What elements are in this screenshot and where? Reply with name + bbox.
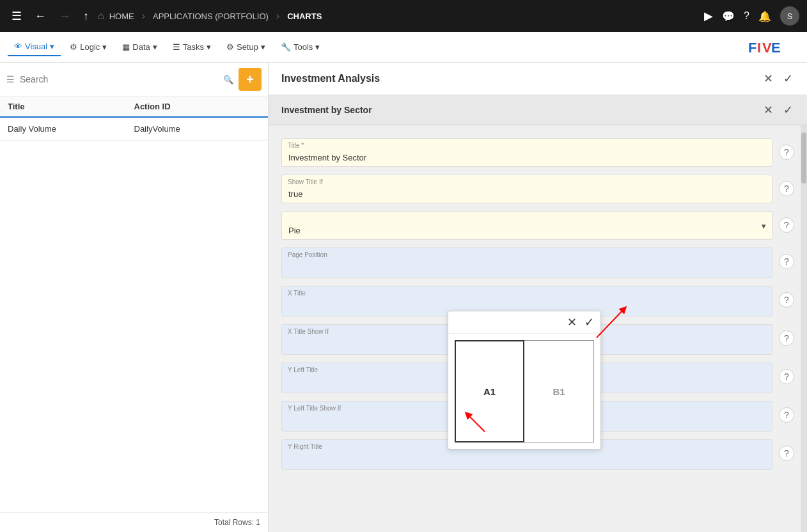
panel-confirm-button[interactable]: ✓ [782, 70, 794, 87]
sub-panel-confirm-button[interactable]: ✓ [782, 102, 794, 118]
column-title-header: Title [8, 102, 134, 111]
panel-close-button[interactable]: ✕ [762, 70, 774, 87]
svg-text:F: F [748, 40, 756, 56]
sub-panel-title: Investment by Sector [281, 105, 762, 115]
data-chevron: ▾ [153, 42, 157, 52]
chat-icon[interactable]: 💬 [722, 10, 735, 22]
form-row-title: Title * Investment by Sector ? [281, 138, 794, 167]
nav-right-icons: ▶ 💬 ? 🔔 S [704, 6, 799, 26]
right-panel: Investment Analysis ✕ ✓ Investment by Se… [269, 63, 807, 532]
menu-item-visual[interactable]: 👁 Visual ▾ [8, 38, 61, 56]
row-action-id: DailyVolume [134, 124, 261, 134]
form-area: Title * Investment by Sector ? Show Titl… [269, 125, 807, 532]
row-title: Daily Volume [8, 124, 134, 134]
breadcrumb-separator-2: › [276, 10, 279, 22]
svg-text:I: I [757, 40, 761, 56]
data-icon: ▦ [122, 42, 130, 52]
form-row-chart-type: Chart Type * Pie Bar Line ? [281, 211, 794, 240]
tools-label: Tools [294, 42, 313, 52]
form-row-page-position: Page Position ? [281, 247, 794, 278]
setup-label: Setup [237, 42, 258, 52]
panel-title: Investment Analysis [281, 73, 762, 84]
tasks-chevron: ▾ [207, 42, 211, 52]
help-icon[interactable]: ? [744, 10, 749, 22]
menu-item-setup[interactable]: ⚙ Setup ▾ [220, 38, 272, 56]
tasks-icon: ☰ [173, 42, 180, 52]
add-button[interactable]: + [239, 68, 262, 91]
panel-header: Investment Analysis ✕ ✓ [269, 63, 807, 95]
applications-breadcrumb[interactable]: APPLICATIONS (PORTFOLIO) [153, 12, 269, 21]
column-action-header: Action ID [134, 102, 261, 111]
y-right-title-help-icon[interactable]: ? [779, 446, 794, 461]
title-field: Title * Investment by Sector [281, 138, 772, 167]
visual-icon: 👁 [14, 42, 22, 51]
data-label: Data [132, 42, 150, 52]
x-title-show-if-help-icon[interactable]: ? [779, 331, 794, 346]
up-icon[interactable]: ↑ [79, 7, 93, 26]
menu-item-logic[interactable]: ⚙ Logic ▾ [63, 38, 113, 56]
menu-item-data[interactable]: ▦ Data ▾ [116, 38, 163, 56]
home-breadcrumb[interactable]: HOME [109, 12, 134, 21]
logic-chevron: ▾ [102, 42, 107, 52]
visual-chevron: ▾ [50, 42, 54, 51]
svg-text:E: E [771, 40, 781, 56]
five-logo: F I V E [748, 38, 799, 56]
user-avatar[interactable]: S [780, 6, 799, 26]
position-cell-b1[interactable]: B1 [524, 340, 594, 442]
tools-icon: 🔧 [281, 42, 291, 52]
logic-icon: ⚙ [70, 42, 77, 52]
sub-panel-header: Investment by Sector ✕ ✓ [269, 95, 807, 125]
menu-icon[interactable]: ☰ [8, 6, 26, 26]
menu-item-tools[interactable]: 🔧 Tools ▾ [274, 38, 326, 56]
sidebar-search-bar: ☰ 🔍 + [0, 63, 268, 97]
form-row-show-title: Show Title If true ? [281, 175, 794, 203]
svg-line-4 [467, 414, 485, 432]
tools-chevron: ▾ [315, 42, 320, 52]
show-title-help-icon[interactable]: ? [779, 181, 794, 196]
position-cell-a1[interactable]: A1 [455, 340, 524, 442]
top-navigation: ☰ ← → ↑ ⌂ HOME › APPLICATIONS (PORTFOLIO… [0, 0, 807, 32]
table-row[interactable]: Daily Volume DailyVolume [0, 118, 268, 141]
y-left-title-help-icon[interactable]: ? [779, 369, 794, 384]
back-icon[interactable]: ← [31, 7, 50, 26]
chart-type-field: Chart Type * Pie Bar Line [281, 211, 772, 240]
menu-item-tasks[interactable]: ☰ Tasks ▾ [166, 38, 217, 56]
sidebar-footer: Total Rows: 1 [0, 512, 268, 532]
popup-cancel-button[interactable]: ✕ [567, 315, 577, 329]
title-help-icon[interactable]: ? [779, 145, 794, 160]
x-title-help-icon[interactable]: ? [779, 292, 794, 308]
forward-icon[interactable]: → [55, 7, 74, 26]
y-left-title-show-if-help-icon[interactable]: ? [779, 407, 794, 423]
search-icon[interactable]: 🔍 [223, 75, 233, 84]
panel-header-actions: ✕ ✓ [762, 70, 794, 87]
logic-label: Logic [80, 42, 100, 52]
play-icon[interactable]: ▶ [704, 9, 713, 23]
filter-icon: ☰ [6, 74, 15, 84]
scrollbar-thumb[interactable] [801, 132, 806, 184]
position-label-a1: A1 [483, 386, 496, 397]
show-title-value[interactable]: true [281, 175, 772, 203]
scrollbar-track[interactable] [801, 125, 807, 532]
sidebar: ☰ 🔍 + Title Action ID Daily Volume Daily… [0, 63, 269, 532]
menu-bar: 👁 Visual ▾ ⚙ Logic ▾ ▦ Data ▾ ☰ Tasks ▾ … [0, 32, 807, 63]
chart-type-help-icon[interactable]: ? [779, 217, 794, 233]
page-position-help-icon[interactable]: ? [779, 254, 794, 269]
page-position-value[interactable] [281, 247, 772, 278]
position-label-b1: B1 [552, 386, 565, 397]
chart-type-select[interactable]: Pie Bar Line [281, 211, 772, 240]
sub-panel-close-button[interactable]: ✕ [762, 102, 774, 118]
popup-header: ✕ ✓ [448, 311, 600, 334]
sub-panel-header-actions: ✕ ✓ [762, 102, 794, 118]
visual-label: Visual [25, 42, 47, 51]
popup-confirm-button[interactable]: ✓ [584, 315, 594, 329]
setup-icon: ⚙ [226, 42, 234, 52]
svg-text:V: V [762, 40, 772, 56]
search-input[interactable] [20, 74, 218, 84]
arrow-a1 [462, 409, 488, 435]
title-value[interactable]: Investment by Sector [281, 138, 772, 167]
setup-chevron: ▾ [261, 42, 265, 52]
bell-icon[interactable]: 🔔 [758, 10, 771, 22]
position-grid: A1 B1 [448, 334, 600, 449]
charts-breadcrumb[interactable]: CHARTS [287, 12, 322, 21]
position-picker-popup: ✕ ✓ A1 [448, 311, 601, 450]
